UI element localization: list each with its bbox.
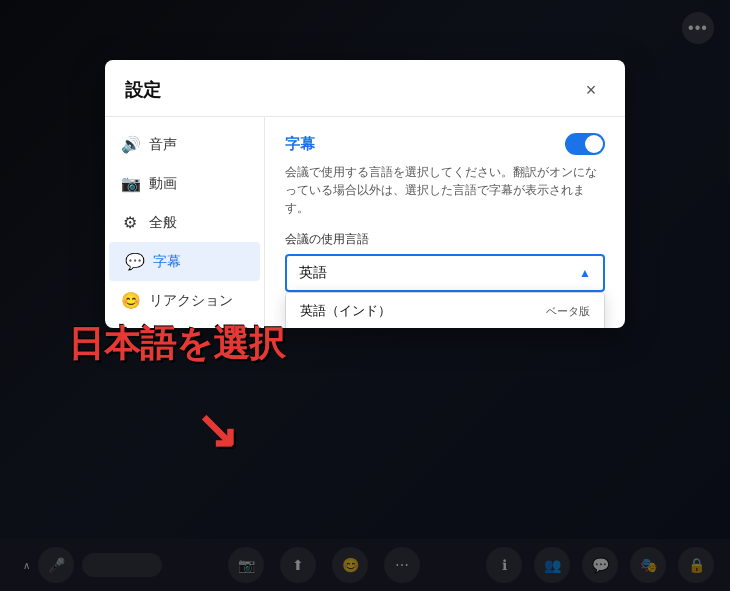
nav-item-audio[interactable]: 🔊 音声 xyxy=(105,125,264,164)
close-button[interactable]: × xyxy=(577,76,605,104)
dropdown-chevron-icon: ▲ xyxy=(579,266,591,280)
reactions-nav-icon: 😊 xyxy=(121,291,139,310)
language-select-box[interactable]: 英語 ▲ xyxy=(285,254,605,292)
nav-item-general[interactable]: ⚙ 全般 xyxy=(105,203,264,242)
nav-item-video[interactable]: 📷 動画 xyxy=(105,164,264,203)
nav-item-captions-label: 字幕 xyxy=(153,253,181,271)
selected-language: 英語 xyxy=(299,264,327,282)
settings-dialog: 設定 × 🔊 音声 📷 動画 ⚙ 全般 xyxy=(105,60,625,328)
close-icon: × xyxy=(586,80,597,101)
nav-item-audio-label: 音声 xyxy=(149,136,177,154)
nav-item-reactions-label: リアクション xyxy=(149,292,233,310)
captions-toggle[interactable] xyxy=(565,133,605,155)
nav-item-reactions[interactable]: 😊 リアクション xyxy=(105,281,264,320)
settings-nav: 🔊 音声 📷 動画 ⚙ 全般 💬 字幕 😊 リアクション xyxy=(105,117,265,328)
captions-nav-icon: 💬 xyxy=(125,252,143,271)
modal-overlay: 設定 × 🔊 音声 📷 動画 ⚙ 全般 xyxy=(0,0,730,591)
field-label: 会議の使用言語 xyxy=(285,231,605,248)
section-description: 会議で使用する言語を選択してください。翻訳がオンになっている場合以外は、選択した… xyxy=(285,163,605,217)
settings-content: 字幕 会議で使用する言語を選択してください。翻訳がオンになっている場合以外は、選… xyxy=(265,117,625,328)
section-header: 字幕 xyxy=(285,133,605,155)
nav-item-captions[interactable]: 💬 字幕 xyxy=(109,242,260,281)
section-title: 字幕 xyxy=(285,135,315,154)
nav-item-general-label: 全般 xyxy=(149,214,177,232)
audio-nav-icon: 🔊 xyxy=(121,135,139,154)
nav-item-video-label: 動画 xyxy=(149,175,177,193)
dropdown-item-english-india[interactable]: 英語（インド） ベータ版 xyxy=(286,293,604,328)
dialog-body: 🔊 音声 📷 動画 ⚙ 全般 💬 字幕 😊 リアクション xyxy=(105,117,625,328)
item-badge: ベータ版 xyxy=(546,304,590,319)
video-nav-icon: 📷 xyxy=(121,174,139,193)
toggle-knob xyxy=(585,135,603,153)
dialog-title: 設定 xyxy=(125,78,161,102)
dialog-header: 設定 × xyxy=(105,60,625,117)
language-dropdown: 英語 ▲ 英語（インド） ベータ版 英語（オーストラリア） ベータ版 xyxy=(285,254,605,292)
item-label: 英語（インド） xyxy=(300,302,391,320)
general-nav-icon: ⚙ xyxy=(121,213,139,232)
dropdown-list: 英語（インド） ベータ版 英語（オーストラリア） ベータ版 英語（…） ベータ版 xyxy=(285,292,605,328)
